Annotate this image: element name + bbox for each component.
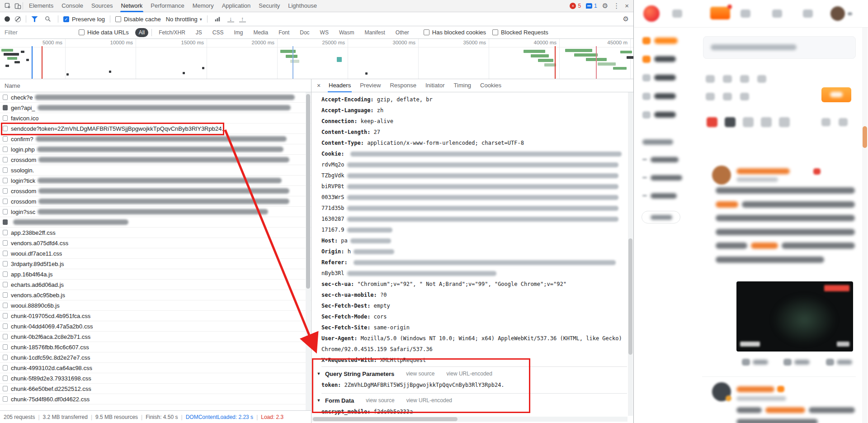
topic-icon[interactable] <box>757 75 766 83</box>
filter-pill-wasm[interactable]: Wasm <box>335 28 358 37</box>
composer-tool-2[interactable] <box>723 93 732 100</box>
nav-icon-1[interactable] <box>741 10 750 18</box>
request-row[interactable]: 3rdparty.89d5f1eb.js <box>0 259 311 269</box>
network-settings-gear-icon[interactable]: ⚙ <box>623 15 629 23</box>
request-row[interactable]: chunk-04dd4069.47a5a2b0.css <box>0 321 311 332</box>
video-icon[interactable] <box>740 75 749 83</box>
error-badge[interactable]: × 5 <box>570 3 581 9</box>
network-overview-timeline[interactable]: 5000 ms10000 ms15000 ms20000 ms25000 ms3… <box>0 39 633 79</box>
view-link[interactable]: view source <box>406 371 434 377</box>
device-toolbar-icon[interactable] <box>13 1 23 10</box>
filter-pill-doc[interactable]: Doc <box>296 28 313 37</box>
tab-console[interactable]: Console <box>57 0 87 12</box>
filter-pill-all[interactable]: All <box>135 28 148 37</box>
like-icon[interactable] <box>826 359 834 366</box>
tab-sources[interactable]: Sources <box>87 0 117 12</box>
tab-application[interactable]: Application <box>218 0 255 12</box>
bell-icon[interactable] <box>803 10 813 18</box>
request-row[interactable]: check?e <box>0 92 311 103</box>
view-link[interactable]: view URL-encoded <box>447 371 492 377</box>
app-icon-2[interactable] <box>725 117 736 127</box>
request-row[interactable]: app.238be2ff.css <box>0 228 311 238</box>
emoji-icon[interactable] <box>706 75 715 83</box>
request-row[interactable]: wooui.88890c6b.js <box>0 300 311 311</box>
sidebar-item-3[interactable] <box>654 75 676 81</box>
blocked-requests-checkbox[interactable]: Blocked Requests <box>492 29 548 36</box>
network-conditions-icon[interactable] <box>212 14 222 24</box>
feed-settings-icon[interactable] <box>839 118 848 126</box>
disable-cache-checkbox[interactable]: Disable cache <box>115 16 161 23</box>
request-row[interactable]: chunk-75d4f860.df0d4622.css <box>0 394 311 404</box>
request-row[interactable]: vendors.a075dfd4.css <box>0 238 311 248</box>
share-icon[interactable] <box>742 359 750 366</box>
user-avatar[interactable] <box>830 6 845 21</box>
issues-badge[interactable]: 1 <box>586 3 597 9</box>
sidebar-item-home[interactable] <box>654 38 678 44</box>
filter-pill-ws[interactable]: WS <box>316 28 332 37</box>
app-icon-5[interactable] <box>779 117 790 127</box>
post-username[interactable] <box>736 386 774 392</box>
filter-pill-manifest[interactable]: Manifest <box>361 28 388 37</box>
request-row[interactable]: crossdom <box>0 196 311 207</box>
request-row[interactable]: login?tick <box>0 176 311 186</box>
request-row[interactable]: chunk-66e50bef.d2252512.css <box>0 384 311 394</box>
request-row[interactable]: chunk-4993102d.ca64ac98.css <box>0 363 311 373</box>
request-row[interactable]: echarts.ad6d06ad.js <box>0 280 311 290</box>
details-tab-cookies[interactable]: Cookies <box>476 79 506 92</box>
details-tab-initiator[interactable]: Initiator <box>421 79 449 92</box>
redacted-link[interactable] <box>751 242 778 249</box>
request-row[interactable]: gen?api_ <box>0 103 311 113</box>
clear-button[interactable] <box>15 16 21 22</box>
details-scrollbar-thumb[interactable] <box>628 238 632 355</box>
search-icon[interactable] <box>43 14 53 24</box>
page-scrollbar-thumb[interactable] <box>863 126 867 148</box>
details-horizontal-scrollbar[interactable] <box>312 417 627 422</box>
sidebar-icon-3[interactable] <box>642 74 651 81</box>
sidebar-icon-5[interactable] <box>642 111 651 119</box>
close-details-icon[interactable]: × <box>313 82 324 89</box>
home-icon[interactable] <box>642 37 651 44</box>
request-row[interactable]: login.php <box>0 144 311 155</box>
trending-item-1[interactable] <box>651 157 679 162</box>
chevron-down-icon[interactable] <box>848 12 852 15</box>
request-row[interactable]: chunk-18576fbb.f6c6c607.css <box>0 342 311 352</box>
request-row[interactable]: chunk-1cdfc59c.8d2e27e7.css <box>0 352 311 363</box>
request-row[interactable]: chunk-019705cd.4b951fca.css <box>0 311 311 321</box>
tab-network[interactable]: Network <box>117 0 147 12</box>
post-avatar[interactable] <box>712 166 731 185</box>
name-column-header[interactable]: Name <box>0 79 311 92</box>
requests-scrollbar[interactable] <box>306 92 311 410</box>
record-button[interactable] <box>5 16 10 22</box>
filter-pill-css[interactable]: CSS <box>209 28 227 37</box>
filter-pill-other[interactable]: Other <box>392 28 413 37</box>
details-scrollbar[interactable] <box>628 92 633 416</box>
app-icon-4[interactable] <box>761 117 772 127</box>
sidebar-item-4[interactable] <box>654 93 676 99</box>
redacted-link[interactable] <box>765 407 805 413</box>
composer-tool-3[interactable] <box>740 93 749 100</box>
export-har-icon[interactable]: ↑ <box>239 16 246 22</box>
filter-pill-img[interactable]: Img <box>231 28 247 37</box>
throttling-select[interactable]: No throttling ▾ <box>166 16 202 23</box>
nav-icon-2[interactable] <box>772 10 782 18</box>
sidebar-icon-4[interactable] <box>642 93 651 100</box>
tab-elements[interactable]: Elements <box>25 0 57 12</box>
sidebar-icon-2[interactable] <box>642 56 651 63</box>
request-row[interactable]: vendors.a0c95beb.js <box>0 290 311 300</box>
more-menu-icon[interactable]: ⋮ <box>613 2 620 10</box>
close-devtools-icon[interactable]: × <box>625 2 629 10</box>
inspect-element-icon[interactable] <box>3 1 13 10</box>
filter-pill-js[interactable]: JS <box>192 28 206 37</box>
request-row[interactable]: wooui.df7ace11.css <box>0 248 311 259</box>
view-link[interactable]: view source <box>366 397 394 404</box>
request-row[interactable]: chunk-0b2f6aca.2c8e2b71.css <box>0 332 311 342</box>
request-row[interactable] <box>0 217 311 228</box>
redacted-link[interactable] <box>716 201 738 208</box>
comment-icon[interactable] <box>783 359 792 366</box>
request-row[interactable]: login?ssc <box>0 207 311 217</box>
tab-security[interactable]: Security <box>255 0 284 12</box>
tab-lighthouse[interactable]: Lighthouse <box>284 0 321 12</box>
details-tab-response[interactable]: Response <box>385 79 421 92</box>
disclosure-triangle-icon[interactable]: ▼ <box>316 398 321 403</box>
composer-input[interactable] <box>703 36 856 59</box>
